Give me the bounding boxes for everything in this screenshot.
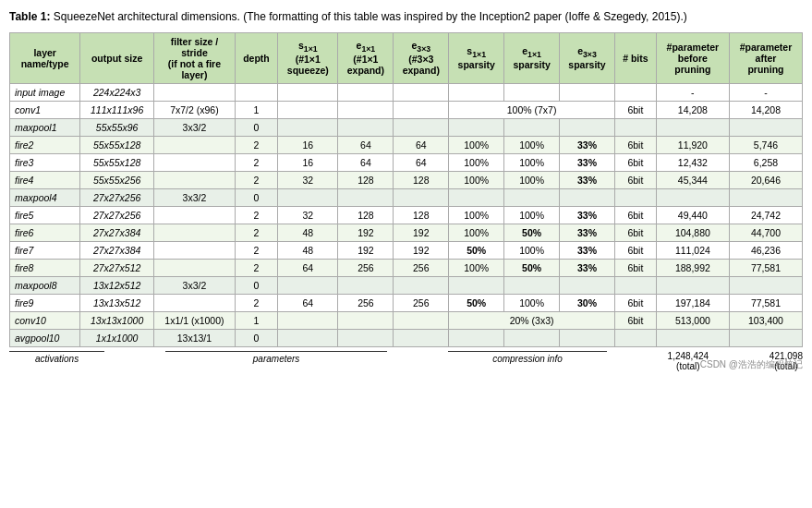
- table-cell: 27x27x256: [80, 206, 154, 224]
- table-cell: [278, 188, 338, 206]
- table-cell: [560, 276, 615, 294]
- table-cell: 2: [235, 241, 277, 259]
- table-cell: 48: [278, 224, 338, 241]
- cell-layer-name: conv10: [10, 311, 80, 329]
- table-cell: 111,024: [656, 241, 729, 259]
- table-cell: 27x27x384: [80, 224, 154, 241]
- table-cell: 513,000: [656, 311, 729, 329]
- table-cell: 6bit: [614, 311, 656, 329]
- table-cell: 48: [278, 241, 338, 259]
- table-cell: 100% (7x7): [449, 101, 615, 118]
- table-cell: [504, 118, 560, 136]
- table-cell: 1x1x1000: [80, 329, 154, 346]
- table-cell: 192: [338, 241, 394, 259]
- table-cell: 128: [394, 171, 449, 188]
- cell-layer-name: input image: [10, 83, 80, 101]
- table-row: fire727x27x38424819219250%100%33%6bit111…: [10, 241, 803, 259]
- table-cell: 104,880: [656, 224, 729, 241]
- table-cell: [394, 329, 449, 346]
- table-cell: [656, 188, 729, 206]
- table-cell: [504, 329, 560, 346]
- table-cell: 12,432: [656, 153, 729, 171]
- col-header-s1x1: s1×1(#1×1squeeze): [278, 32, 338, 83]
- table-cell: 256: [394, 259, 449, 276]
- table-row: fire827x27x512264256256100%50%33%6bit188…: [10, 259, 803, 276]
- table-cell: 50%: [504, 259, 560, 276]
- table-cell: 33%: [560, 224, 615, 241]
- table-cell: 100%: [504, 136, 560, 153]
- table-cell: 33%: [560, 259, 615, 276]
- footer-parameters: parameters: [165, 351, 388, 371]
- table-cell: 27x27x384: [80, 241, 154, 259]
- caption: Table 1: SqueezeNet architectural dimens…: [9, 9, 803, 25]
- table-row: maxpool155x55x963x3/20: [10, 118, 803, 136]
- table-cell: [394, 83, 449, 101]
- table-cell: [504, 188, 560, 206]
- table-cell: -: [729, 83, 802, 101]
- footer-activations: activations: [9, 351, 104, 371]
- table-cell: 256: [338, 294, 394, 311]
- table-cell: 6bit: [614, 294, 656, 311]
- table-cell: [449, 276, 504, 294]
- table-cell: [153, 171, 235, 188]
- table-cell: 2: [235, 206, 277, 224]
- cell-layer-name: fire9: [10, 294, 80, 311]
- col-header-param-after: #parameterafterpruning: [729, 32, 802, 83]
- table-cell: 3x3/2: [153, 276, 235, 294]
- table-cell: [338, 311, 394, 329]
- table-cell: 100%: [449, 224, 504, 241]
- table-cell: [614, 118, 656, 136]
- table-row: input image224x224x3--: [10, 83, 803, 101]
- table-cell: 192: [338, 224, 394, 241]
- table-cell: 100%: [449, 259, 504, 276]
- table-cell: [504, 83, 560, 101]
- table-cell: [338, 101, 394, 118]
- cell-layer-name: maxpool8: [10, 276, 80, 294]
- table-cell: 50%: [449, 241, 504, 259]
- table-cell: 45,344: [656, 171, 729, 188]
- table-cell: [278, 311, 338, 329]
- table-cell: [338, 188, 394, 206]
- cell-layer-name: fire7: [10, 241, 80, 259]
- table-cell: [614, 188, 656, 206]
- table-row: fire255x55x1282166464100%100%33%6bit11,9…: [10, 136, 803, 153]
- table-cell: [278, 83, 338, 101]
- table-cell: [449, 118, 504, 136]
- col-header-e3x3-sparsity: e3×3sparsity: [560, 32, 615, 83]
- table-cell: 100%: [504, 294, 560, 311]
- table-cell: 55x55x256: [80, 171, 154, 188]
- cell-layer-name: conv1: [10, 101, 80, 118]
- table-cell: 6bit: [614, 101, 656, 118]
- table-cell: 6bit: [614, 224, 656, 241]
- table-cell: [729, 118, 802, 136]
- table-cell: 44,700: [729, 224, 802, 241]
- table-cell: 111x111x96: [80, 101, 154, 118]
- table-cell: 50%: [504, 224, 560, 241]
- table-cell: [560, 83, 615, 101]
- table-cell: 100%: [449, 206, 504, 224]
- table-cell: 13x12x512: [80, 276, 154, 294]
- table-cell: 16: [278, 136, 338, 153]
- table-cell: 128: [338, 171, 394, 188]
- table-cell: -: [656, 83, 729, 101]
- table-cell: 20% (3x3): [449, 311, 615, 329]
- table-cell: 0: [235, 188, 277, 206]
- table-cell: 64: [338, 153, 394, 171]
- table-row: avgpool101x1x100013x13/10: [10, 329, 803, 346]
- table-cell: 197,184: [656, 294, 729, 311]
- table-cell: 6bit: [614, 206, 656, 224]
- table-cell: 7x7/2 (x96): [153, 101, 235, 118]
- table-cell: 27x27x256: [80, 188, 154, 206]
- table-cell: 1: [235, 311, 277, 329]
- table-row: fire455x55x256232128128100%100%33%6bit45…: [10, 171, 803, 188]
- cell-layer-name: fire8: [10, 259, 80, 276]
- table-cell: [394, 188, 449, 206]
- table-cell: [153, 136, 235, 153]
- table-cell: [278, 329, 338, 346]
- table-cell: [153, 83, 235, 101]
- table-cell: 128: [394, 206, 449, 224]
- table-cell: [560, 118, 615, 136]
- table-cell: [394, 276, 449, 294]
- table-cell: 2: [235, 259, 277, 276]
- table-cell: 16: [278, 153, 338, 171]
